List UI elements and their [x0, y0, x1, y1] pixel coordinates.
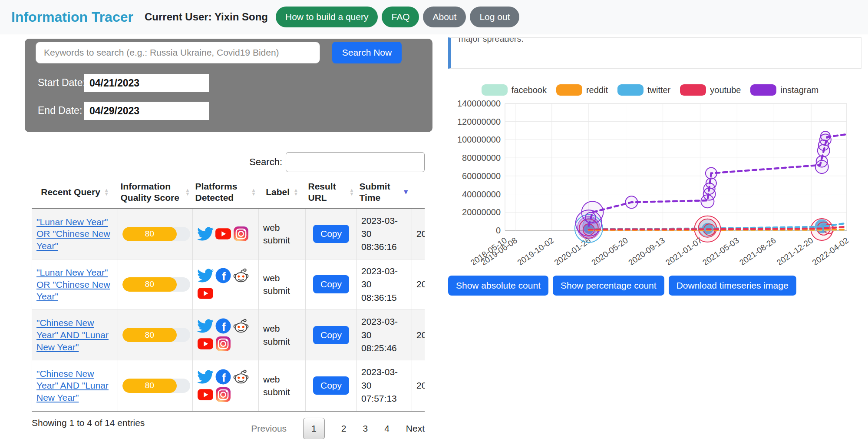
search-now-button[interactable]: Search Now: [332, 42, 402, 63]
nav-buttons: How to build a queryFAQAboutLog out: [276, 7, 519, 27]
current-user-label: Current User: Yixin Song: [145, 11, 268, 23]
legend-item-instagram[interactable]: instagram: [750, 84, 818, 96]
clipped-cell: 20: [416, 229, 425, 239]
nav-button-how-to-build-a-query[interactable]: How to build a query: [276, 7, 378, 27]
pagination-page-3[interactable]: 3: [363, 423, 368, 434]
youtube-icon: [197, 386, 214, 403]
table-header-row: Recent Query▲▼Information Quality Score▲…: [32, 176, 425, 209]
column-header-result-url[interactable]: Result URL▲▼: [306, 176, 357, 209]
sort-icon: ▲▼: [104, 188, 109, 196]
table-row: "Chinese New Year" AND "Lunar New Year"8…: [32, 310, 425, 360]
twitter-icon: [197, 318, 214, 334]
quality-score-value: 80: [145, 229, 154, 239]
end-date-input[interactable]: [84, 102, 209, 120]
end-date-label: End Date:: [38, 105, 82, 116]
nav-button-log-out[interactable]: Log out: [470, 7, 519, 27]
chart-legend: facebookreddittwitteryoutubeinstagram: [448, 84, 852, 96]
column-header-recent-query[interactable]: Recent Query▲▼: [32, 176, 118, 209]
quality-score-bar: 80: [122, 328, 190, 342]
quality-score-bar: 80: [122, 379, 190, 393]
label-cell: web submit: [263, 323, 290, 346]
pagination-next[interactable]: Next: [406, 423, 425, 434]
legend-item-reddit[interactable]: reddit: [556, 84, 608, 96]
recent-query-link[interactable]: "Lunar New Year" OR "Chinese New Year": [36, 217, 110, 251]
show-percentage-count-button[interactable]: Show percentage count: [553, 276, 664, 296]
youtube-icon: [197, 336, 214, 352]
recent-queries-table-wrap: Recent Query▲▼Information Quality Score▲…: [32, 176, 425, 412]
copy-url-button[interactable]: Copy: [313, 275, 349, 293]
nav-button-faq[interactable]: FAQ: [382, 7, 419, 27]
column-header-information-quality-score[interactable]: Information Quality Score▲▼: [118, 176, 193, 209]
clipped-cell: 20: [416, 380, 425, 390]
legend-item-youtube[interactable]: youtube: [680, 84, 741, 96]
reddit-icon: [233, 318, 249, 334]
recent-query-link[interactable]: "Chinese New Year" AND "Lunar New Year": [36, 369, 109, 402]
platforms-detected: f: [197, 369, 254, 403]
svg-text:120000000: 120000000: [457, 117, 501, 126]
svg-text:2019-10-02: 2019-10-02: [515, 236, 555, 265]
pagination-previous[interactable]: Previous: [251, 423, 287, 434]
pagination-page-4[interactable]: 4: [384, 423, 389, 434]
svg-text:2021-12-20: 2021-12-20: [775, 236, 815, 265]
timeseries-chart: 0200000004000000060000000800000001000000…: [448, 99, 852, 265]
chart-section: major spreaders. facebookreddittwitteryo…: [448, 34, 868, 439]
twitter-icon: [197, 267, 214, 284]
facebook-icon: f: [215, 318, 231, 334]
legend-swatch-instagram: [750, 84, 776, 96]
copy-url-button[interactable]: Copy: [313, 225, 349, 243]
keywords-input[interactable]: [36, 42, 320, 63]
pagination-page-2[interactable]: 2: [341, 423, 347, 434]
svg-text:80000000: 80000000: [462, 153, 501, 163]
column-header-label: Information Quality Score: [121, 181, 182, 204]
column-header-label: Platforms Detected: [195, 181, 248, 204]
app-title[interactable]: Information Tracer: [11, 9, 133, 25]
nav-button-about[interactable]: About: [423, 7, 466, 27]
reddit-icon: [233, 267, 249, 284]
legend-item-twitter[interactable]: twitter: [617, 84, 670, 96]
pagination: Previous1234Next: [251, 418, 425, 439]
svg-text:f: f: [222, 321, 226, 333]
column-header-label: Recent Query: [41, 186, 100, 198]
legend-swatch-twitter: [617, 84, 644, 96]
recent-query-link[interactable]: "Lunar New Year" OR "Chinese New Year": [36, 267, 110, 301]
svg-text:40000000: 40000000: [462, 190, 501, 199]
recent-query-link[interactable]: "Chinese New Year" AND "Lunar New Year": [36, 318, 109, 352]
clipped-cell: 20: [416, 330, 425, 340]
svg-text:140000000: 140000000: [457, 99, 501, 108]
submit-time-cell: 2023-03-30 08:36:16: [361, 216, 398, 252]
show-absolute-count-button[interactable]: Show absolute count: [448, 276, 548, 296]
column-header-s[interactable]: S: [412, 176, 425, 209]
main-content: Search Now Start Date: End Date: Search:…: [0, 34, 868, 439]
label-cell: web submit: [263, 223, 290, 245]
youtube-icon: [215, 226, 231, 242]
facebook-icon: f: [215, 369, 231, 385]
column-header-platforms-detected[interactable]: Platforms Detected▲▼: [193, 176, 259, 209]
column-header-submit-time[interactable]: Submit Time▼: [357, 176, 412, 209]
twitter-icon: [197, 369, 214, 385]
table-row: "Chinese New Year" AND "Lunar New Year"8…: [32, 360, 425, 411]
spreaders-note-card: major spreaders.: [448, 37, 861, 69]
platforms-detected: f: [197, 267, 254, 302]
svg-text:0: 0: [496, 226, 501, 235]
submit-time-cell: 2023-03-30 08:36:15: [361, 266, 398, 303]
download-timeseries-image-button[interactable]: Download timeseries image: [669, 276, 796, 296]
start-date-input[interactable]: [84, 74, 209, 92]
svg-text:f: f: [222, 270, 226, 283]
legend-label: instagram: [780, 85, 818, 95]
navbar: Information Tracer Current User: Yixin S…: [0, 0, 868, 34]
column-header-label: Submit Time: [360, 181, 399, 204]
facebook-icon: f: [215, 267, 231, 284]
copy-url-button[interactable]: Copy: [313, 326, 349, 344]
chart-actions: Show absolute countShow percentage count…: [448, 276, 868, 296]
legend-item-facebook[interactable]: facebook: [482, 84, 547, 96]
svg-text:f: f: [222, 371, 226, 383]
pagination-page-1[interactable]: 1: [303, 418, 325, 439]
entries-info: Showing 1 to 4 of 14 entries: [32, 418, 145, 428]
copy-url-button[interactable]: Copy: [313, 376, 349, 395]
clipped-cell: 20: [416, 279, 425, 289]
table-search-input[interactable]: [286, 152, 425, 172]
table-row: "Lunar New Year" OR "Chinese New Year"80…: [32, 259, 425, 309]
column-header-label[interactable]: Label▲▼: [259, 176, 306, 209]
recent-queries-table: Recent Query▲▼Information Quality Score▲…: [32, 176, 425, 412]
svg-text:2021-08-26: 2021-08-26: [738, 236, 778, 265]
